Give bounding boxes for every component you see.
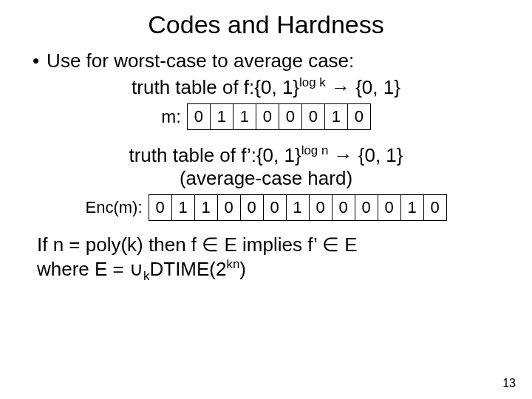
truth-fp-prefix: truth table of f’:{0, 1} — [129, 144, 301, 166]
concl-2a: where E = — [37, 258, 129, 280]
bullet-dot-icon: • — [33, 50, 39, 72]
m-label: m: — [161, 106, 181, 127]
truth-table-fprime-line: truth table of f’:{0, 1}log n → {0, 1} — [30, 143, 502, 167]
bullet-worst-case: • Use for worst-case to average case: — [30, 50, 502, 72]
enc-label: Enc(m): — [86, 198, 143, 217]
m-bit-cell: 0 — [279, 104, 302, 129]
concl-1mid: E implies f’ — [219, 233, 322, 256]
truth-fp-suffix: → {0, 1} — [328, 144, 403, 166]
enc-row: Enc(m): 0 1 1 0 0 0 1 0 0 0 0 1 0 — [30, 194, 502, 221]
element-of-icon: ∈ — [322, 233, 339, 256]
enc-bit-cell: 0 — [310, 195, 332, 220]
enc-bit-table: 0 1 1 0 0 0 1 0 0 0 0 1 0 — [149, 194, 447, 221]
avg-case-remark: (average-case hard) — [30, 167, 502, 190]
enc-bit-cell: 0 — [378, 195, 401, 220]
page-number: 13 — [502, 377, 516, 390]
truth-fp-exp: log n — [301, 143, 329, 157]
enc-bit-cell: 0 — [218, 195, 241, 220]
m-bit-cell: 0 — [188, 104, 211, 129]
concl-1end: E — [339, 233, 358, 256]
enc-bit-cell: 1 — [195, 195, 218, 220]
slide-title: Codes and Hardness — [30, 10, 502, 39]
concl-exp-kn: kn — [226, 257, 239, 271]
enc-bit-cell: 0 — [424, 195, 446, 220]
concl-2mid: DTIME(2 — [149, 258, 226, 280]
truth-f-prefix: truth table of f:{0, 1} — [132, 76, 299, 98]
enc-bit-cell: 0 — [332, 195, 355, 220]
m-bit-cell: 0 — [348, 104, 370, 129]
enc-bit-cell: 0 — [241, 195, 264, 220]
m-bit-table: 0 1 1 0 0 0 1 0 — [187, 103, 371, 130]
conclusion-block: If n = poly(k) then f ∈ E implies f’ ∈ E… — [37, 233, 502, 284]
concl-2end: ) — [239, 258, 246, 280]
m-bit-cell: 1 — [325, 104, 348, 129]
m-bit-cell: 1 — [233, 104, 256, 129]
conclusion-line-2: where E = ∪kDTIME(2kn) — [37, 256, 502, 284]
m-bit-cell: 0 — [256, 104, 279, 129]
m-bit-cell: 1 — [211, 104, 233, 129]
enc-bit-cell: 1 — [172, 195, 195, 220]
concl-1a: If n = poly(k) then f — [37, 233, 202, 256]
enc-bit-cell: 1 — [287, 195, 310, 220]
conclusion-line-1: If n = poly(k) then f ∈ E implies f’ ∈ E — [37, 233, 502, 257]
enc-bit-cell: 0 — [149, 195, 172, 220]
m-bit-cell: 0 — [302, 104, 325, 129]
enc-bit-cell: 0 — [355, 195, 378, 220]
truth-f-suffix: → {0, 1} — [326, 76, 400, 98]
m-row: m: 0 1 1 0 0 0 1 0 — [30, 103, 502, 130]
enc-bit-cell: 1 — [401, 195, 424, 220]
truth-table-f-line: truth table of f:{0, 1}log k → {0, 1} — [30, 75, 502, 99]
bullet-text: Use for worst-case to average case: — [47, 50, 354, 72]
element-of-icon: ∈ — [202, 233, 219, 256]
truth-f-exp: log k — [299, 75, 326, 89]
slide: Codes and Hardness • Use for worst-case … — [0, 0, 532, 399]
union-icon: ∪ — [129, 258, 143, 280]
enc-bit-cell: 0 — [264, 195, 287, 220]
